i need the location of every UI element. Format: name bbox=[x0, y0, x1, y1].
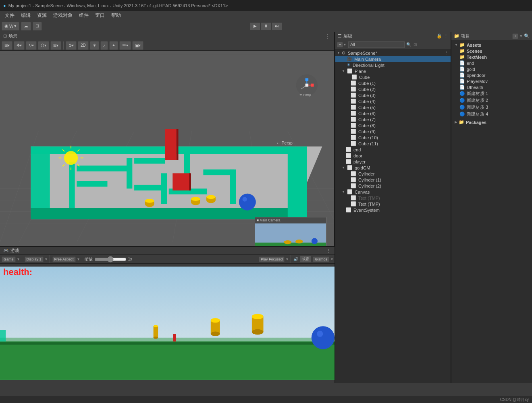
play-button[interactable]: ▶ bbox=[250, 22, 260, 30]
proj-material-2[interactable]: 🔵 新建材质 2 bbox=[451, 97, 532, 104]
hier-text-tmp2[interactable]: ⬜ Text (TMP) bbox=[335, 201, 451, 207]
hier-cube[interactable]: ⬜ Cube bbox=[335, 74, 451, 80]
transform-tool[interactable]: ⊞▾ bbox=[2, 41, 12, 50]
text-tmp1-label: Text (TMP) bbox=[358, 196, 380, 200]
hier-main-camera[interactable]: 🎥 Main Camera bbox=[335, 56, 451, 62]
proj-material-4[interactable]: 🔵 新建材质 4 bbox=[451, 111, 532, 118]
camera-icon-btn[interactable]: 👁▾ bbox=[119, 41, 131, 50]
hier-cube-1[interactable]: ⬜ Cube (1) bbox=[335, 80, 451, 86]
proj-material-3[interactable]: 🔵 新建材质 3 bbox=[451, 104, 532, 111]
hier-cube-3[interactable]: ⬜ Cube (3) bbox=[335, 92, 451, 98]
scene-options[interactable]: ⋮ bbox=[445, 50, 449, 56]
hier-cube-5[interactable]: ⬜ Cube (5) bbox=[335, 104, 451, 110]
rotate-tool[interactable]: ↻▾ bbox=[26, 41, 37, 50]
menu-assets[interactable]: 资源 bbox=[34, 11, 50, 20]
hier-sample-scene[interactable]: ▼ ⊙ SampleScene* ⋮ bbox=[335, 50, 451, 56]
cube7-label: Cube (7) bbox=[358, 117, 376, 122]
hier-player[interactable]: ⬜ player bbox=[335, 159, 451, 165]
project-add-button[interactable]: + bbox=[512, 33, 518, 39]
menu-component[interactable]: 组件 bbox=[76, 11, 92, 20]
display-select[interactable]: Display 1 bbox=[25, 256, 44, 262]
hier-cube-10[interactable]: ⬜ Cube (10) bbox=[335, 134, 451, 141]
proj-opendoor[interactable]: 📄 opendoor bbox=[451, 72, 532, 78]
assets-arrow: ▼ bbox=[455, 43, 458, 47]
hier-cube-7[interactable]: ⬜ Cube (7) bbox=[335, 116, 451, 122]
gizmos-button[interactable]: Gizmos bbox=[313, 256, 329, 262]
cloud-button[interactable]: ☁ bbox=[21, 22, 31, 31]
project-header-icon: 📁 bbox=[454, 33, 459, 39]
menu-edit[interactable]: 编辑 bbox=[18, 11, 34, 20]
proj-textmesh[interactable]: 📁 TextMesh bbox=[451, 54, 532, 60]
move-tool[interactable]: ✥▾ bbox=[14, 41, 25, 50]
step-button[interactable]: ⏭ bbox=[272, 22, 282, 30]
hier-cube-9[interactable]: ⬜ Cube (9) bbox=[335, 128, 451, 134]
scene-options-button[interactable]: ⋮ bbox=[325, 33, 330, 39]
hier-cube-8[interactable]: ⬜ Cube (8) bbox=[335, 122, 451, 128]
hierarchy-add-button[interactable]: + bbox=[337, 42, 343, 48]
menu-window[interactable]: 窗口 bbox=[92, 11, 108, 20]
proj-assets[interactable]: ▼ 📁 Assets bbox=[451, 42, 532, 48]
account-button[interactable]: ◉ W ▾ bbox=[2, 22, 19, 31]
game-view[interactable]: health: bbox=[0, 264, 335, 383]
proj-end[interactable]: 📄 end bbox=[451, 60, 532, 66]
hier-cube-2[interactable]: ⬜ Cube (2) bbox=[335, 86, 451, 92]
scale-tool[interactable]: ⬡▾ bbox=[38, 41, 49, 50]
hierarchy-filter-icon[interactable]: ⊡ bbox=[414, 42, 417, 47]
game-mode-select[interactable]: Game bbox=[2, 256, 16, 262]
cube-label: Cube bbox=[359, 75, 370, 80]
game-panel: 🎮 游戏 ⋮ Game ▾ Display 1 ▾ Free Aspect ▾ … bbox=[0, 246, 335, 383]
svg-rect-18 bbox=[127, 158, 132, 188]
goldgm-icon: ⬜ bbox=[347, 165, 353, 170]
play-focused-button[interactable]: Play Focused bbox=[259, 256, 285, 262]
hier-cylinder-1[interactable]: ⬜ Cylinder (1) bbox=[335, 177, 451, 183]
rect-tool[interactable]: ⊞▾ bbox=[50, 41, 61, 50]
proj-packages[interactable]: ▶ 📁 Packages bbox=[451, 119, 532, 125]
hierarchy-header-icon: ☰ bbox=[338, 33, 342, 39]
menu-help[interactable]: 帮助 bbox=[108, 11, 124, 20]
project-content[interactable]: ▼ 📁 Assets 📁 Scenes 📁 TextMesh 📄 end 📄 g… bbox=[451, 40, 532, 383]
scene-panel-title: 场景 bbox=[8, 33, 17, 39]
hier-text-tmp1[interactable]: ⬜ Text (TMP) bbox=[335, 195, 451, 201]
hierarchy-search[interactable] bbox=[348, 41, 405, 48]
hier-cube-4[interactable]: ⬜ Cube (4) bbox=[335, 98, 451, 104]
hier-cylinder-2[interactable]: ⬜ Cylinder (2) bbox=[335, 183, 451, 189]
hierarchy-content[interactable]: ▼ ⊙ SampleScene* ⋮ 🎥 Main Camera ☀ Direc… bbox=[335, 49, 451, 383]
hier-door[interactable]: ⬜ door bbox=[335, 153, 451, 159]
light-toggle[interactable]: ☀ bbox=[90, 41, 99, 50]
hierarchy-more-icon[interactable]: ⋮ bbox=[444, 33, 448, 39]
project-search-icon[interactable]: 🔍 bbox=[524, 33, 530, 39]
proj-material-1[interactable]: 🔵 新建材质 1 bbox=[451, 90, 532, 97]
proj-playermov[interactable]: 📄 PlayerMov bbox=[451, 78, 532, 84]
stats-button[interactable]: 状态 bbox=[300, 256, 311, 262]
hier-directional-light[interactable]: ☀ Directional Light bbox=[335, 62, 451, 68]
gizmos-toggle[interactable]: ▣▾ bbox=[132, 41, 143, 50]
scene-view[interactable]: ⬅ Persp ← Persp ■ Main Camera bbox=[0, 51, 334, 246]
scene-fx[interactable]: ✦ bbox=[109, 41, 118, 50]
proj-uihealth[interactable]: 📄 UIhealth bbox=[451, 84, 532, 90]
svg-text:← Persp: ← Persp bbox=[276, 141, 293, 145]
pivot-toggle[interactable]: ⊙▾ bbox=[66, 41, 77, 50]
hier-cube-6[interactable]: ⬜ Cube (6) bbox=[335, 110, 451, 116]
hier-cube-11[interactable]: ⬜ Cube (11) bbox=[335, 141, 451, 147]
hier-eventsystem[interactable]: ⬜ EventSystem bbox=[335, 207, 451, 213]
pause-button[interactable]: ⏸ bbox=[261, 22, 271, 30]
aspect-select[interactable]: Free Aspect bbox=[52, 256, 76, 262]
settings-button[interactable]: ⊡ bbox=[33, 22, 42, 31]
hier-end[interactable]: ⬜ end bbox=[335, 147, 451, 153]
game-options-button[interactable]: ⋮ bbox=[326, 248, 331, 254]
hier-canvas[interactable]: ▼ ⬜ Canvas bbox=[335, 189, 451, 195]
view-2d[interactable]: 2D bbox=[78, 41, 89, 50]
proj-gold[interactable]: 📄 gold bbox=[451, 66, 532, 72]
cube6-label: Cube (6) bbox=[358, 111, 376, 116]
hier-plane[interactable]: ▼ ⬜ Plane bbox=[335, 68, 451, 74]
menu-gameobject[interactable]: 游戏对象 bbox=[50, 11, 76, 20]
menu-file[interactable]: 文件 bbox=[2, 11, 18, 20]
cube11-icon: ⬜ bbox=[351, 141, 356, 146]
zoom-slider[interactable] bbox=[94, 257, 127, 261]
proj-scenes[interactable]: 📁 Scenes bbox=[451, 48, 532, 54]
audio-toggle[interactable]: ♪ bbox=[100, 41, 108, 50]
svg-point-66 bbox=[295, 240, 303, 244]
hier-goldgm[interactable]: ▼ ⬜ goldGM bbox=[335, 165, 451, 171]
hier-cylinder[interactable]: ⬜ Cylinder bbox=[335, 171, 451, 177]
hierarchy-lock-icon[interactable]: 🔒 bbox=[436, 33, 442, 39]
